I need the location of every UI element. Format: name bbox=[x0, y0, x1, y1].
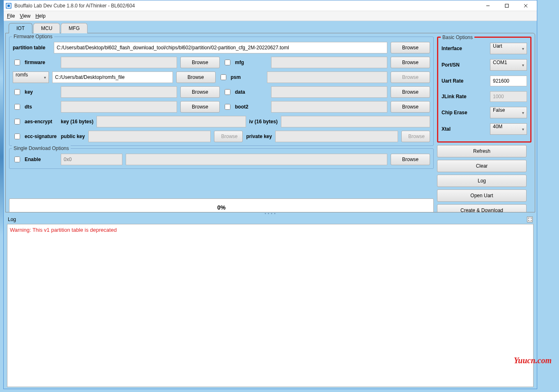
key-label: key bbox=[25, 89, 58, 95]
firmware-options-group: Firmware Options partition table Browse … bbox=[9, 37, 434, 146]
enable-checkbox[interactable] bbox=[14, 157, 20, 162]
open-uart-button[interactable]: Open Uart bbox=[437, 189, 527, 202]
aes-key-input[interactable] bbox=[97, 116, 246, 127]
maximize-button[interactable] bbox=[497, 0, 516, 11]
aes-checkbox[interactable] bbox=[14, 119, 20, 125]
data-browse-button[interactable]: Browse bbox=[391, 86, 430, 98]
jlink-rate-label: JLink Rate bbox=[442, 94, 467, 99]
window-title: Bouffalo Lab Dev Cube 1.8.0 for AiThinke… bbox=[14, 3, 478, 9]
firmware-checkbox[interactable] bbox=[14, 60, 20, 65]
expand-icon[interactable]: ⛶ bbox=[527, 217, 533, 222]
port-label: Port/SN bbox=[442, 62, 460, 68]
xtal-label: Xtal bbox=[442, 126, 451, 132]
mfg-input[interactable] bbox=[271, 57, 387, 68]
menu-file[interactable]: File bbox=[7, 13, 15, 19]
firmware-browse-button[interactable]: Browse bbox=[180, 57, 220, 68]
chip-erase-label: Chip Erase bbox=[442, 110, 467, 115]
aes-iv-input[interactable] bbox=[281, 116, 430, 127]
aes-key-label: key (16 bytes) bbox=[61, 119, 93, 125]
log-button[interactable]: Log bbox=[437, 175, 527, 187]
romfs-input[interactable] bbox=[52, 71, 173, 83]
ecc-priv-browse-button[interactable]: Browse bbox=[401, 131, 430, 142]
screenshot-left-edge bbox=[0, 0, 3, 392]
key-checkbox[interactable] bbox=[14, 89, 20, 95]
interface-label: Interface bbox=[442, 46, 462, 51]
jlink-rate-input[interactable] bbox=[490, 91, 527, 102]
watermark: Yuucn.com bbox=[514, 356, 552, 365]
partition-browse-button[interactable]: Browse bbox=[391, 42, 430, 53]
psm-browse-button[interactable]: Browse bbox=[391, 71, 430, 83]
aes-iv-label: iv (16 bytes) bbox=[249, 119, 278, 125]
download-options-group: Single Download Options Enable Browse bbox=[9, 148, 434, 169]
window-controls bbox=[478, 0, 535, 11]
mfg-label: mfg bbox=[235, 60, 268, 65]
key-browse-button[interactable]: Browse bbox=[180, 86, 220, 98]
romfs-select[interactable]: romfs bbox=[13, 71, 49, 83]
port-select[interactable]: COM1 bbox=[490, 59, 527, 71]
ecc-pub-input[interactable] bbox=[88, 131, 211, 142]
download-group-title: Single Download Options bbox=[12, 145, 71, 151]
ecc-label: ecc-signature bbox=[25, 134, 58, 139]
progress-bar: 0% bbox=[9, 198, 434, 212]
log-textarea[interactable]: Warning: This v1 partition table is depr… bbox=[7, 224, 534, 387]
data-input[interactable] bbox=[271, 86, 387, 98]
boot2-input[interactable] bbox=[271, 101, 387, 113]
download-file-input[interactable] bbox=[126, 154, 387, 165]
firmware-group-title: Firmware Options bbox=[12, 34, 54, 39]
ecc-priv-label: private key bbox=[246, 134, 272, 139]
data-label: data bbox=[235, 89, 268, 95]
mfg-checkbox[interactable] bbox=[225, 60, 230, 65]
dts-checkbox[interactable] bbox=[14, 104, 20, 110]
romfs-browse-button[interactable]: Browse bbox=[176, 71, 216, 83]
menu-help[interactable]: Help bbox=[35, 13, 46, 19]
app-icon bbox=[5, 2, 12, 9]
firmware-label: firmware bbox=[25, 60, 58, 65]
log-label: Log bbox=[8, 217, 16, 222]
tab-strip: IOT MCU MFG bbox=[9, 23, 535, 33]
svg-rect-1 bbox=[7, 5, 10, 7]
menu-view[interactable]: View bbox=[20, 13, 30, 19]
create-download-button[interactable]: Create & Download bbox=[437, 204, 527, 212]
svg-rect-3 bbox=[505, 4, 508, 7]
dts-input[interactable] bbox=[61, 101, 177, 113]
close-button[interactable] bbox=[516, 0, 535, 11]
ecc-priv-input[interactable] bbox=[275, 131, 398, 142]
boot2-label: boot2 bbox=[235, 104, 268, 110]
psm-checkbox[interactable] bbox=[221, 74, 226, 80]
clear-button[interactable]: Clear bbox=[437, 160, 527, 172]
refresh-button[interactable]: Refresh bbox=[437, 145, 527, 157]
titlebar: Bouffalo Lab Dev Cube 1.8.0 for AiThinke… bbox=[4, 0, 537, 11]
tab-iot[interactable]: IOT bbox=[9, 23, 32, 33]
download-browse-button[interactable]: Browse bbox=[391, 154, 430, 165]
app-window: Bouffalo Lab Dev Cube 1.8.0 for AiThinke… bbox=[3, 0, 537, 389]
content-area: IOT MCU MFG Firmware Options partition t… bbox=[4, 21, 537, 389]
menubar: File View Help bbox=[4, 11, 537, 21]
ecc-checkbox[interactable] bbox=[14, 134, 20, 139]
ecc-pub-browse-button[interactable]: Browse bbox=[214, 131, 243, 142]
log-content: Warning: This v1 partition table is depr… bbox=[10, 227, 117, 233]
interface-select[interactable]: Uart bbox=[490, 43, 527, 54]
mfg-browse-button[interactable]: Browse bbox=[391, 57, 430, 68]
firmware-input[interactable] bbox=[61, 57, 177, 68]
data-checkbox[interactable] bbox=[225, 89, 230, 95]
dts-browse-button[interactable]: Browse bbox=[180, 101, 220, 113]
key-input[interactable] bbox=[61, 86, 177, 98]
boot2-browse-button[interactable]: Browse bbox=[391, 101, 430, 113]
tab-panel-iot: Firmware Options partition table Browse … bbox=[5, 33, 535, 212]
tab-mfg[interactable]: MFG bbox=[61, 23, 87, 33]
uart-rate-input[interactable] bbox=[490, 76, 527, 86]
progress-text: 0% bbox=[217, 204, 225, 211]
psm-input[interactable] bbox=[267, 71, 388, 83]
tab-mcu[interactable]: MCU bbox=[33, 23, 60, 33]
chip-erase-select[interactable]: False bbox=[490, 107, 527, 118]
uart-rate-label: Uart Rate bbox=[442, 78, 463, 84]
aes-label: aes-encrypt bbox=[25, 119, 58, 125]
addr-input[interactable] bbox=[61, 154, 122, 165]
boot2-checkbox[interactable] bbox=[225, 104, 230, 110]
psm-label: psm bbox=[231, 74, 264, 80]
partition-input[interactable] bbox=[54, 42, 387, 53]
minimize-button[interactable] bbox=[478, 0, 497, 11]
xtal-select[interactable]: 40M bbox=[490, 123, 527, 135]
dts-label: dts bbox=[25, 104, 58, 110]
basic-options-group: Basic Options Interface Uart Port/SN COM… bbox=[437, 37, 531, 143]
